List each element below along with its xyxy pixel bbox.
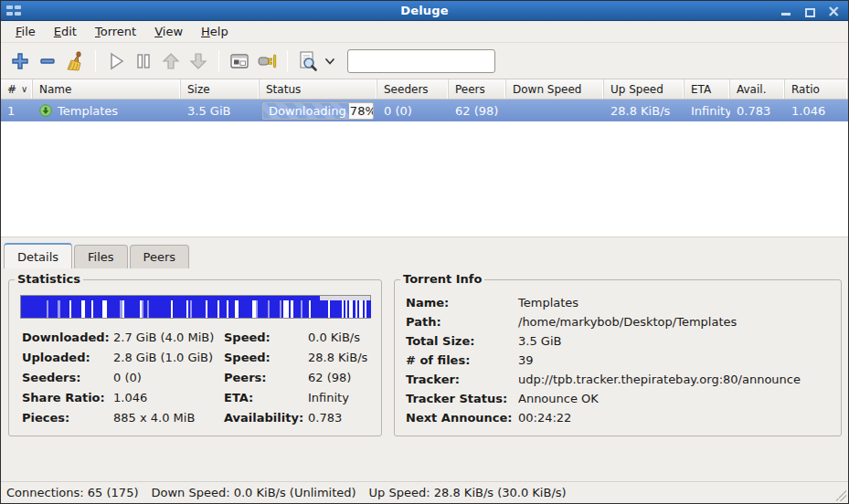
info-label: Total Size: [406,334,518,348]
toolbar-separator [218,50,219,72]
stat-value: 1.046 [113,391,224,404]
pieces-bar-stripes [21,300,370,318]
torrent-row-eta: Infinity [685,104,730,118]
queue-up-button[interactable] [157,47,185,75]
torrent-list-header: #∨ Name Size Status Seeders Peers Down S… [1,79,848,100]
find-button[interactable] [294,47,322,75]
info-value: udp://tpb.tracker.thepiratebay.org:80/an… [518,373,841,386]
search-input[interactable] [347,49,495,73]
tabbar: Details Files Peers [1,237,848,268]
stat-label: Pieces: [22,411,113,425]
menu-view[interactable]: View [147,22,190,41]
search-mode-chevron-down-icon[interactable] [324,55,336,68]
toolbar [1,43,848,79]
info-value: 3.5 GiB [518,334,841,348]
info-label: # of files: [406,353,518,367]
column-header-peers[interactable]: Peers [449,79,506,99]
statistics-legend: Statistics [15,272,83,286]
statusbar-connections: Connections: 65 (175) [6,486,138,499]
statusbar-down-speed: Down Speed: 0.0 KiB/s (Unlimited) [151,486,356,499]
stat-label: Uploaded: [22,351,113,364]
torrent-row-ratio: 1.046 [785,104,848,118]
close-button[interactable]: × [826,5,841,17]
torrent-list: #∨ Name Size Status Seeders Peers Down S… [1,79,848,236]
resume-button[interactable] [102,47,130,75]
stat-label: Availability: [224,411,308,425]
toolbar-separator [287,50,288,72]
queue-down-icon [188,51,208,71]
column-header-ratio[interactable]: Ratio [785,79,848,99]
menubar: File Edit Torrent View Help [1,21,848,43]
column-header-up-speed[interactable]: Up Speed [604,79,685,99]
stat-value: 0.783 [308,411,381,425]
queue-down-button[interactable] [185,47,212,75]
stat-value: 0 (0) [113,371,224,384]
info-value: 39 [518,353,841,367]
queue-up-icon [161,51,181,71]
downloading-icon [39,104,52,117]
pause-button[interactable] [130,47,157,75]
preferences-icon [228,51,250,71]
stat-label: Downloaded: [22,331,113,344]
tab-files[interactable]: Files [74,245,128,268]
details-panel: Details Files Peers Statistics Downloade… [1,236,848,481]
stat-label: Seeders: [22,371,113,384]
resize-grip[interactable] [835,490,846,501]
deluge-window: Deluge × File Edit Torrent View Help [0,0,849,504]
menu-help[interactable]: Help [194,22,236,41]
titlebar[interactable]: Deluge × [1,1,848,21]
preferences-button[interactable] [226,47,253,75]
torrent-row-seeders: 0 (0) [377,104,449,118]
column-header-avail[interactable]: Avail. [730,79,785,99]
clear-finished-button[interactable] [61,47,89,75]
find-icon [297,50,319,72]
sort-chevron-down-icon: ∨ [21,84,27,94]
statistics-frame: Statistics Downloaded: 2.7 GiB (4.0 MiB)… [8,279,382,436]
tab-peers[interactable]: Peers [130,245,190,268]
menu-edit[interactable]: Edit [47,22,84,41]
column-header-number[interactable]: #∨ [1,79,33,99]
column-header-seeders[interactable]: Seeders [377,79,449,99]
connection-manager-button[interactable] [253,47,281,75]
column-header-name[interactable]: Name [33,79,181,99]
stat-value: 2.7 GiB (4.0 MiB) [113,331,224,344]
stat-label: Speed: [224,331,308,344]
clear-finished-icon [64,50,86,72]
stat-value: Infinity [308,391,381,404]
statistics-grid: Downloaded: 2.7 GiB (4.0 MiB) Speed: 0.0… [22,327,381,427]
torrent-row[interactable]: 1 Templates 3.5 GiB Downloading 78% Down… [1,100,848,121]
tab-details[interactable]: Details [4,243,72,268]
stat-value: 885 x 4.0 MiB [113,411,224,425]
stat-value: 28.8 KiB/s [308,351,381,364]
info-label: Tracker Status: [406,392,518,405]
remove-torrent-icon [37,51,58,71]
stat-label: Share Ratio: [22,391,113,404]
window-title: Deluge [1,4,848,17]
stat-value: 62 (98) [308,371,381,384]
resume-icon [106,51,126,71]
connection-manager-icon [256,51,278,71]
info-value: Templates [518,296,841,310]
column-header-down-speed[interactable]: Down Speed [506,79,604,99]
menu-torrent[interactable]: Torrent [88,22,143,41]
column-header-status[interactable]: Status [260,79,377,99]
remove-torrent-button[interactable] [34,47,61,75]
stat-label: ETA: [224,391,308,404]
torrent-row-peers: 62 (98) [449,104,506,118]
torrent-info-legend: Torrent Info [400,272,484,286]
stat-label: Speed: [224,351,308,364]
maximize-button[interactable] [802,5,817,17]
torrent-row-number: 1 [1,104,33,118]
add-torrent-button[interactable] [6,47,34,75]
column-header-eta[interactable]: ETA [685,79,730,99]
torrent-row-name: Templates [33,104,181,118]
torrent-info-grid: Name:Templates Path:/home/markybob/Deskt… [406,293,841,427]
column-header-size[interactable]: Size [181,79,260,99]
statusbar-up-speed: Up Speed: 28.8 KiB/s (30.0 KiB/s) [369,486,567,499]
menu-file[interactable]: File [8,22,43,41]
status-progress-bar: Downloading 78% Downloading 78% [262,102,374,120]
minimize-button[interactable] [779,5,793,17]
statusbar: Connections: 65 (175) Down Speed: 0.0 Ki… [1,481,848,503]
info-value: /home/markybob/Desktop/Templates [518,315,841,329]
toolbar-separator [95,50,96,72]
